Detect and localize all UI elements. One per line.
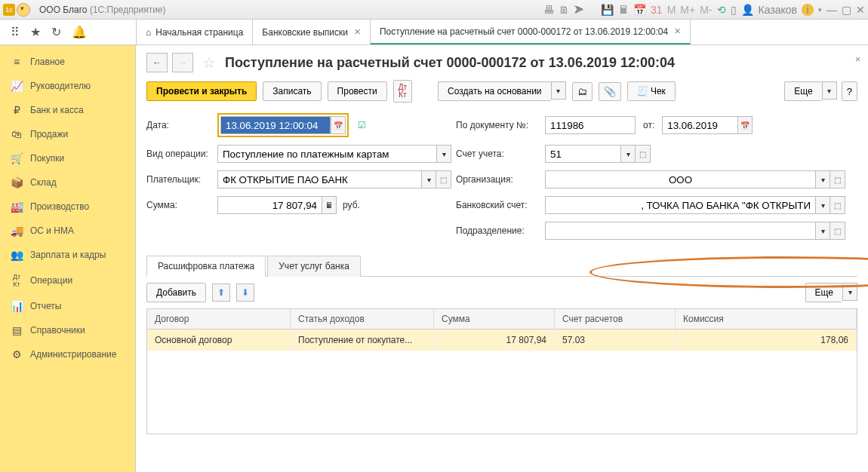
col-contract[interactable]: Договор: [147, 309, 291, 329]
sidebar-item-assets[interactable]: 🚚ОС и НМА: [0, 219, 135, 243]
sum-input[interactable]: [217, 196, 322, 214]
close-icon[interactable]: ✕: [674, 26, 681, 36]
status-ok-icon[interactable]: ☑: [358, 120, 366, 130]
sidebar-item-admin[interactable]: ⚙Администрирование: [0, 342, 135, 366]
open-icon[interactable]: ⬚: [436, 170, 451, 188]
sidebar-item-bank[interactable]: ₽Банк и касса: [0, 98, 135, 122]
print-icon[interactable]: 🖶: [543, 4, 554, 16]
dropdown-icon[interactable]: ▾: [620, 145, 636, 163]
doc-icon[interactable]: 🗎: [559, 4, 569, 16]
subtab-bank-services[interactable]: Учет услуг банка: [267, 256, 361, 277]
col-commission[interactable]: Комиссия: [676, 309, 857, 329]
more-button[interactable]: Еще: [784, 81, 821, 101]
dropdown-icon[interactable]: ▾: [842, 283, 857, 301]
sidebar-item-sales[interactable]: 🛍Продажи: [0, 122, 135, 146]
calendar-picker-icon[interactable]: 📅: [331, 116, 346, 134]
col-income[interactable]: Статья доходов: [291, 309, 434, 329]
calendar-icon[interactable]: 📅: [633, 4, 646, 16]
tab-home[interactable]: ⌂Начальная страница: [136, 20, 253, 44]
close-window-icon[interactable]: ✕: [856, 4, 865, 16]
post-button[interactable]: Провести: [328, 81, 387, 101]
open-icon[interactable]: ⬚: [830, 222, 845, 240]
subtab-payment-details[interactable]: Расшифровка платежа: [146, 256, 266, 277]
history-icon[interactable]: ↻: [51, 25, 61, 39]
tab-receipt-doc[interactable]: Поступление на расчетный счет 0000-00017…: [371, 20, 691, 44]
sidebar-item-purchases[interactable]: 🛒Покупки: [0, 146, 135, 170]
apps-icon[interactable]: ⠿: [11, 25, 20, 39]
sidebar-item-salary[interactable]: 👥Зарплата и кадры: [0, 243, 135, 267]
sidebar-item-warehouse[interactable]: 📦Склад: [0, 170, 135, 195]
sidebar-item-operations[interactable]: ДтКтОперации: [0, 267, 135, 294]
cell-sum[interactable]: 17 807,94: [434, 329, 555, 351]
maximize-icon[interactable]: ▢: [842, 4, 851, 16]
doc-no-input[interactable]: [545, 116, 636, 134]
table-empty-area[interactable]: [147, 351, 857, 434]
theme-dropdown-icon[interactable]: [17, 3, 30, 17]
cell-contract[interactable]: Основной договор: [147, 329, 291, 351]
cell-income[interactable]: Поступление от покупате...: [291, 329, 434, 351]
m-icon[interactable]: M: [667, 4, 676, 16]
save-icon[interactable]: 💾: [601, 4, 614, 16]
cell-commission[interactable]: 178,06: [676, 329, 857, 351]
dropdown-icon[interactable]: ▾: [815, 222, 830, 240]
sidebar-item-catalogs[interactable]: ▤Справочники: [0, 318, 135, 342]
info-dropdown-icon[interactable]: ▾: [818, 6, 822, 14]
date-input[interactable]: [220, 116, 331, 134]
col-sum[interactable]: Сумма: [434, 309, 555, 329]
division-input[interactable]: [545, 222, 815, 240]
attach-button[interactable]: 📎: [599, 82, 621, 101]
col-account[interactable]: Счет расчетов: [555, 309, 676, 329]
sidebar-item-production[interactable]: 🏭Производство: [0, 195, 135, 219]
close-doc-icon[interactable]: ×: [855, 54, 860, 65]
close-icon[interactable]: ✕: [354, 27, 361, 37]
minimize-icon[interactable]: —: [826, 4, 837, 16]
nav-forward-button[interactable]: →: [172, 53, 193, 72]
table-row[interactable]: Основной договор Поступление от покупате…: [147, 329, 857, 351]
create-based-button[interactable]: Создать на основании: [438, 81, 551, 101]
add-row-button[interactable]: Добавить: [146, 283, 206, 302]
bell-icon[interactable]: 🔔: [72, 25, 87, 39]
account-input[interactable]: [545, 145, 620, 163]
tab-bank-statements[interactable]: Банковские выписки✕: [253, 20, 371, 44]
help-button[interactable]: ?: [842, 81, 857, 101]
m-plus-icon[interactable]: M+: [680, 4, 695, 16]
post-and-close-button[interactable]: Провести и закрыть: [146, 81, 257, 101]
sidebar-item-reports[interactable]: 📊Отчеты: [0, 294, 135, 318]
open-icon[interactable]: ⬚: [636, 145, 651, 163]
calc-icon[interactable]: 🖩: [618, 4, 629, 16]
nav-back-button[interactable]: ←: [146, 53, 168, 72]
save-button[interactable]: Записать: [263, 81, 321, 101]
dropdown-icon[interactable]: ▾: [815, 196, 830, 214]
doc-date-input[interactable]: [662, 116, 737, 134]
forward-icon[interactable]: ⮞: [574, 4, 584, 16]
favorite-star-icon[interactable]: ☆: [202, 54, 216, 72]
open-icon[interactable]: ⬚: [830, 196, 845, 214]
m-minus-icon[interactable]: M-: [700, 4, 712, 16]
back-nav-icon[interactable]: ⟲: [717, 4, 726, 16]
dropdown-icon[interactable]: ▾: [815, 170, 830, 188]
panel-icon[interactable]: ▯: [731, 4, 737, 16]
dropdown-icon[interactable]: ▾: [551, 81, 566, 100]
structure-button[interactable]: 🗂: [572, 82, 593, 101]
dropdown-icon[interactable]: ▾: [436, 145, 451, 163]
sidebar-item-manager[interactable]: 📈Руководителю: [0, 74, 135, 98]
date-icon[interactable]: 31: [651, 4, 663, 16]
sidebar-item-main[interactable]: ≡Главное: [0, 50, 135, 74]
payer-input[interactable]: [217, 170, 421, 188]
table-more-button[interactable]: Еще: [805, 283, 842, 302]
user-name[interactable]: Казаков: [759, 4, 798, 16]
transactions-button[interactable]: ДтКт: [393, 80, 412, 103]
dropdown-icon[interactable]: ▾: [421, 170, 436, 188]
org-input[interactable]: [545, 170, 815, 188]
calendar-picker-icon[interactable]: 📅: [737, 116, 753, 134]
op-type-input[interactable]: [217, 145, 436, 163]
star-icon[interactable]: ★: [30, 25, 41, 39]
cell-account[interactable]: 57.03: [555, 329, 676, 351]
check-button[interactable]: 🧾 Чек: [627, 81, 676, 101]
dropdown-icon[interactable]: ▾: [822, 81, 837, 100]
calc-icon[interactable]: 🖩: [322, 196, 337, 214]
move-up-button[interactable]: ⬆: [212, 284, 230, 302]
move-down-button[interactable]: ⬇: [236, 284, 254, 302]
open-icon[interactable]: ⬚: [830, 170, 845, 188]
bank-acc-input[interactable]: [545, 196, 815, 214]
